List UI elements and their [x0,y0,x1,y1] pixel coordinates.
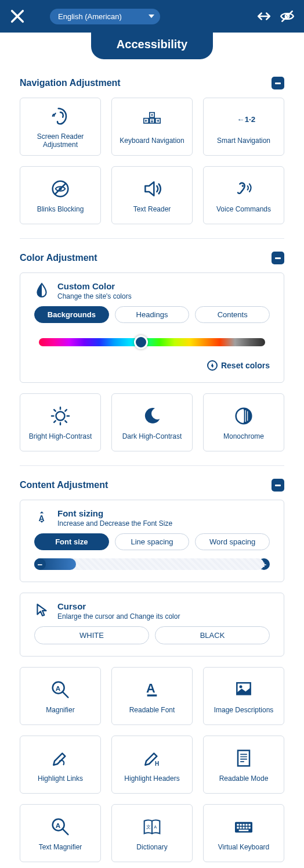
tile-virtual-keyboard[interactable]: Virtual Keyboard [203,804,284,862]
close-button[interactable] [9,8,26,24]
collapse-content-button[interactable] [272,479,284,492]
font-resize-icon: A [34,510,49,525]
arrows-horizontal-icon [256,9,272,24]
cursor-white-button[interactable]: WHITE [34,626,149,644]
tile-readable-font[interactable]: A Readable Font [111,667,193,725]
minus-icon [275,83,281,84]
svg-rect-26 [240,824,241,826]
tab-line-spacing[interactable]: Line spacing [115,533,190,550]
svg-rect-19 [238,751,249,766]
font-sizing-panel: A Font sizing Increase and Decrease the … [20,500,284,582]
reset-icon [207,360,218,371]
cursor-title: Cursor [57,601,180,611]
reset-colors-button[interactable]: Reset colors [34,360,270,371]
tile-smart-nav[interactable]: ←1·2→ Smart Navigation [203,98,284,156]
ear-icon [49,105,72,128]
svg-text:A: A [154,824,157,830]
tile-highlight-headers[interactable]: H Highlight Headers [111,736,193,794]
svg-rect-28 [245,824,247,826]
font-sizing-title: Font sizing [57,508,172,518]
tile-dark-contrast[interactable]: Dark High-Contrast [111,393,193,451]
cursor-black-button[interactable]: BLACK [155,626,270,644]
section-navigation-header: Navigation Adjustment [20,77,284,89]
svg-rect-30 [237,827,238,828]
tile-text-magnifier[interactable]: A Text Magnifier [20,804,101,862]
contrast-circle-icon [232,404,255,428]
svg-rect-34 [248,827,250,828]
tile-monochrome[interactable]: Monochrome [203,393,284,451]
section-color-title: Color Adjustment [20,253,97,263]
font-size-slider[interactable]: − [34,558,264,570]
sun-icon [49,404,72,428]
tab-word-spacing[interactable]: Word spacing [195,533,270,550]
tile-image-descriptions[interactable]: Image Descriptions [203,667,284,725]
tile-keyboard-nav[interactable]: Keyboard Navigation [111,98,193,156]
move-button[interactable] [256,9,272,24]
tab-backgrounds[interactable]: Backgrounds [34,306,109,323]
eye-blocked-icon [49,177,72,200]
custom-color-title: Custom Color [57,281,132,291]
svg-text:A: A [56,822,61,829]
minus-icon [275,257,281,259]
language-select[interactable]: English (American) [50,9,160,24]
tile-bright-contrast[interactable]: Bright High-Contrast [20,393,101,451]
tab-contents[interactable]: Contents [195,306,270,323]
svg-rect-33 [245,827,247,828]
svg-text:文: 文 [146,824,151,830]
book-icon: 文A [140,815,164,838]
svg-point-8 [242,185,244,186]
tile-screen-reader[interactable]: Screen Reader Adjustment [20,98,101,156]
minus-icon [275,485,281,486]
moon-icon [140,404,164,428]
svg-text:←1·2→: ←1·2→ [237,115,255,124]
svg-rect-29 [248,824,250,826]
tile-voice-commands[interactable]: Voice Commands [203,166,284,224]
svg-rect-32 [243,827,244,828]
image-icon [232,678,255,701]
panel-title: Accessibility [91,32,213,59]
tile-blinks-blocking[interactable]: Blinks Blocking [20,166,101,224]
font-sizing-subtitle: Increase and Decrease the Font Size [57,519,172,528]
keyboard-arrows-icon [140,109,164,132]
tile-text-reader[interactable]: Text Reader [111,166,193,224]
section-color-header: Color Adjustment [20,252,284,264]
collapse-color-button[interactable] [272,252,284,264]
svg-point-17 [240,686,243,688]
speaker-icon [140,177,164,200]
close-icon [9,8,26,24]
hue-slider[interactable] [39,338,265,346]
tile-highlight-links[interactable]: Highlight Links [20,736,101,794]
top-bar: English (American) [0,0,304,33]
svg-rect-15 [147,694,157,696]
svg-text:H: H [155,761,159,767]
svg-point-9 [56,412,65,421]
eye-off-icon [280,9,295,24]
svg-rect-31 [240,827,241,828]
collapse-navigation-button[interactable] [272,77,284,89]
cursor-subtitle: Enlarge the cursor and Change its color [57,612,180,620]
highlight-headers-icon: H [140,747,164,770]
highlight-links-icon [49,747,72,770]
numbers-nav-icon: ←1·2→ [232,109,255,132]
tile-magnifier[interactable]: A Magnifier [20,667,101,725]
document-icon [232,747,255,770]
tile-dictionary[interactable]: 文A Dictionary [111,804,193,862]
readable-font-icon: A [140,678,164,701]
decrease-font-button[interactable]: − [34,558,46,570]
svg-text:A: A [146,681,155,695]
magnifier-icon: A [49,678,72,701]
svg-rect-35 [239,830,249,831]
section-content-title: Content Adjustment [20,480,108,490]
section-navigation-title: Navigation Adjustment [20,78,121,88]
svg-rect-27 [243,824,244,826]
cursor-icon [34,602,49,618]
section-content-header: Content Adjustment [20,479,284,492]
custom-color-panel: Custom Color Change the site's colors Ba… [20,272,284,383]
hide-button[interactable] [280,9,295,24]
tab-headings[interactable]: Headings [115,306,190,323]
hue-thumb[interactable] [134,335,148,349]
tile-readable-mode[interactable]: Readable Mode [203,736,284,794]
svg-rect-25 [237,824,238,826]
custom-color-subtitle: Change the site's colors [57,292,132,300]
tab-font-size[interactable]: Font size [34,533,109,550]
